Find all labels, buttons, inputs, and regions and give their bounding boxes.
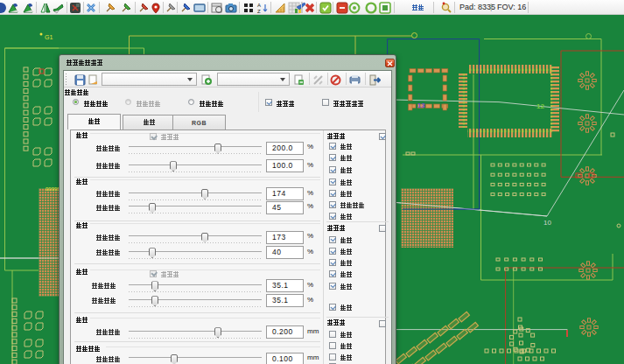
svg-text:G1: G1: [45, 34, 53, 40]
svg-text:Z: Z: [257, 9, 261, 14]
svg-text:12: 12: [536, 102, 544, 110]
svg-text:10: 10: [543, 219, 551, 227]
svg-text:A: A: [257, 3, 261, 8]
svg-text:13: 13: [417, 102, 425, 109]
